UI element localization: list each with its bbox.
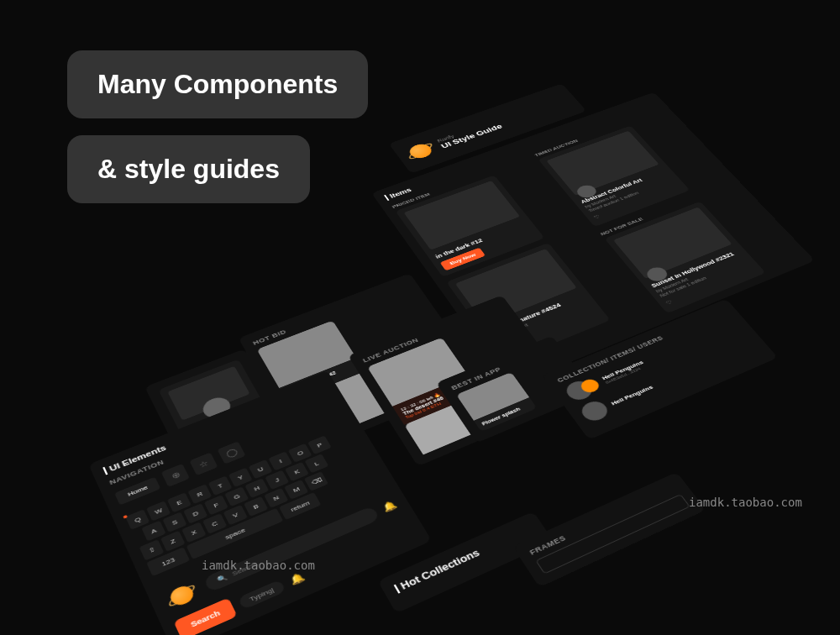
planet-logo-icon <box>402 139 438 163</box>
avatar <box>578 398 612 423</box>
overlay-line2: & style guides <box>67 135 310 203</box>
like-badge[interactable]: ♡ <box>593 214 601 220</box>
collection-name: Hell Penguins <box>610 384 654 407</box>
star-icon[interactable]: ☆ <box>190 452 218 475</box>
item-image <box>404 181 520 250</box>
watermark: iamdk.taobao.com <box>689 496 802 509</box>
bell-icon[interactable]: 🔔 <box>287 571 306 587</box>
planet-icon <box>164 580 201 611</box>
frame-placeholder <box>535 494 690 575</box>
user-icon[interactable]: ◯ <box>218 441 246 464</box>
compass-icon[interactable]: ⊕ <box>161 464 190 487</box>
overlay-badges: Many Components & style guides <box>67 50 368 220</box>
like-badge[interactable]: ♡ <box>664 299 674 306</box>
bell-icon[interactable]: 🔔 <box>381 499 399 513</box>
search-icon: 🔍 <box>216 573 228 583</box>
overlay-line1: Many Components <box>67 50 368 118</box>
watermark: iamdk.taobao.com <box>202 559 315 572</box>
